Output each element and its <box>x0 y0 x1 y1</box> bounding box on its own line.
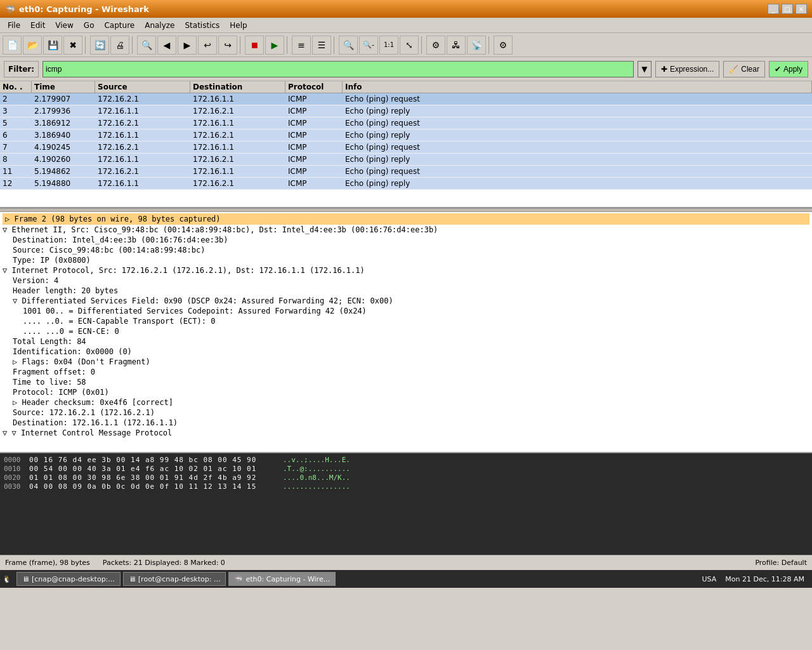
goto-first-button[interactable]: ↩ <box>198 36 217 55</box>
packet-row[interactable]: 5 3.186912 172.16.2.1 172.16.1.1 ICMP Ec… <box>0 117 812 129</box>
detail-expandable[interactable]: ▷ Header checksum: 0xe4f6 [correct] <box>3 397 809 408</box>
taskbar-item-0-icon: 🖥 <box>22 575 29 583</box>
detail-frame-section[interactable]: ▷ Frame 2 (98 bytes on wire, 98 bytes ca… <box>3 213 809 225</box>
packet-row[interactable]: 3 2.179936 172.16.1.1 172.16.2.1 ICMP Ec… <box>0 105 812 117</box>
hex-row: 002001 01 08 00 30 98 6e 38 00 01 91 4d … <box>4 474 275 482</box>
filter-input[interactable] <box>43 61 634 77</box>
row-proto: ICMP <box>285 93 343 105</box>
capture-stop-button[interactable]: ⏹ <box>245 36 264 55</box>
clear-button[interactable]: 🧹 Clear <box>723 61 765 77</box>
capture-options-button[interactable]: ⚙ <box>426 36 445 55</box>
next-button[interactable]: ▶ <box>178 36 197 55</box>
packet-row[interactable]: 12 5.194880 172.16.1.1 172.16.2.1 ICMP E… <box>0 178 812 190</box>
filter-label: Filter: <box>4 61 39 77</box>
row-no: 11 <box>0 166 32 177</box>
apply-button[interactable]: ✔ Apply <box>769 61 808 77</box>
detail-expandable[interactable]: ▷ Flags: 0x04 (Don't Fragment) <box>3 357 809 367</box>
menu-view[interactable]: View <box>50 20 78 31</box>
toolbar-sep6 <box>421 36 424 54</box>
hex-ascii: .T..@:.......... <box>283 465 350 473</box>
close-button[interactable]: ✕ <box>796 4 807 14</box>
statusbar: Frame (frame), 98 bytes Packets: 21 Disp… <box>0 555 812 570</box>
hex-panel: 000000 16 76 d4 ee 3b 00 14 a8 99 48 bc … <box>0 453 812 555</box>
taskbar-item-2[interactable]: 🦈 eth0: Capturing - Wire... <box>228 572 336 586</box>
menu-analyze[interactable]: Analyze <box>140 20 180 31</box>
open-button[interactable]: 📂 <box>23 36 42 55</box>
row-src: 172.16.2.1 <box>95 142 190 153</box>
detail-leaf: Destination: Intel_d4:ee:3b (00:16:76:d4… <box>3 235 809 245</box>
toolbar-sep2 <box>132 36 134 54</box>
detail-leaf: 1001 00.. = Differentiated Services Code… <box>3 306 809 316</box>
row-proto: ICMP <box>285 117 343 129</box>
minimize-button[interactable]: _ <box>768 4 779 14</box>
detail-leaf: Identification: 0x0000 (0) <box>3 347 809 357</box>
goto-last-button[interactable]: ↪ <box>218 36 237 55</box>
maximize-button[interactable]: □ <box>782 4 793 14</box>
menu-capture[interactable]: Capture <box>99 20 140 31</box>
display-filter1-button[interactable]: ≡ <box>292 36 311 55</box>
row-proto: ICMP <box>285 142 343 153</box>
hex-offset: 0010 <box>4 465 27 473</box>
print-button[interactable]: 🖨 <box>110 36 129 55</box>
col-header-destination: Destination <box>190 81 285 93</box>
resize-columns-button[interactable]: ⤡ <box>400 36 419 55</box>
packet-row[interactable]: 6 3.186940 172.16.1.1 172.16.2.1 ICMP Ec… <box>0 129 812 142</box>
menu-go[interactable]: Go <box>79 20 100 31</box>
menu-statistics[interactable]: Statistics <box>180 20 225 31</box>
detail-expandable[interactable]: ▽ Internet Protocol, Src: 172.16.2.1 (17… <box>3 265 809 275</box>
menu-help[interactable]: Help <box>225 20 252 31</box>
packet-list[interactable]: No. . Time Source Destination Protocol I… <box>0 81 812 208</box>
expression-button[interactable]: ✚ Expression... <box>655 61 719 77</box>
capture-start-button[interactable]: ▶ <box>265 36 284 55</box>
hex-ascii-panel: ..v..;....H...E..T..@:..............0.n8… <box>279 453 812 555</box>
statusbar-profile: Profile: Default <box>755 559 807 567</box>
detail-leaf: .... ..0. = ECN-Capable Transport (ECT):… <box>3 316 809 326</box>
row-dst: 172.16.2.1 <box>190 129 285 141</box>
capture-airpcap-button[interactable]: 📡 <box>467 36 486 55</box>
row-dst: 172.16.1.1 <box>190 166 285 177</box>
hex-bytes-panel: 000000 16 76 d4 ee 3b 00 14 a8 99 48 bc … <box>0 453 279 555</box>
hex-ascii: ....0.n8...M/K.. <box>283 474 350 482</box>
row-time: 2.179936 <box>32 105 95 117</box>
hex-bytes: 04 00 08 09 0a 0b 0c 0d 0e 0f 10 11 12 1… <box>29 482 275 491</box>
menu-file[interactable]: File <box>3 20 25 31</box>
toolbar-sep5 <box>334 36 336 54</box>
row-src: 172.16.1.1 <box>95 178 190 189</box>
zoom-normal-button[interactable]: 1:1 <box>379 36 398 55</box>
prev-button[interactable]: ◀ <box>157 36 176 55</box>
hex-ascii: ..v..;....H...E. <box>283 456 350 464</box>
row-dst: 172.16.2.1 <box>190 154 285 165</box>
row-time: 2.179907 <box>32 93 95 105</box>
reload-button[interactable]: 🔄 <box>90 36 109 55</box>
packet-rows-container: 2 2.179907 172.16.2.1 172.16.1.1 ICMP Ec… <box>0 93 812 190</box>
col-header-source: Source <box>95 81 190 93</box>
row-proto: ICMP <box>285 178 343 189</box>
detail-expandable[interactable]: ▽ Ethernet II, Src: Cisco_99:48:bc (00:1… <box>3 225 809 235</box>
close-file-button[interactable]: ✖ <box>63 36 82 55</box>
row-time: 4.190260 <box>32 154 95 165</box>
taskbar-item-0[interactable]: 🖥 [cnap@cnap-desktop:... <box>16 572 121 586</box>
new-capture-button[interactable]: 📄 <box>3 36 22 55</box>
detail-expandable[interactable]: ▽ Differentiated Services Field: 0x90 (D… <box>3 296 809 306</box>
detail-expandable[interactable]: ▽ ▽ Internet Control Message Protocol <box>3 428 809 438</box>
hex-ascii-row: ................ <box>283 482 808 491</box>
zoom-in-button[interactable]: 🔍 <box>339 36 358 55</box>
packet-row[interactable]: 7 4.190245 172.16.2.1 172.16.1.1 ICMP Ec… <box>0 142 812 154</box>
taskbar-item-1[interactable]: 🖥 [root@cnap-desktop: ... <box>123 572 226 586</box>
packet-row[interactable]: 2 2.179907 172.16.2.1 172.16.1.1 ICMP Ec… <box>0 93 812 105</box>
menu-edit[interactable]: Edit <box>25 20 50 31</box>
col-header-time: Time <box>32 81 95 93</box>
taskbar: 🐧 🖥 [cnap@cnap-desktop:... 🖥 [root@cnap-… <box>0 570 812 588</box>
hex-ascii-row: ....0.n8...M/K.. <box>283 474 808 482</box>
capture-interfaces-button[interactable]: 🖧 <box>447 36 466 55</box>
filter-dropdown[interactable]: ▼ <box>638 61 652 77</box>
find-button[interactable]: 🔍 <box>137 36 156 55</box>
display-filter2-button[interactable]: ☰ <box>312 36 331 55</box>
packet-row[interactable]: 11 5.194862 172.16.2.1 172.16.1.1 ICMP E… <box>0 166 812 178</box>
packet-row[interactable]: 8 4.190260 172.16.1.1 172.16.2.1 ICMP Ec… <box>0 154 812 166</box>
save-button[interactable]: 💾 <box>43 36 62 55</box>
preferences-button[interactable]: ⚙ <box>494 36 513 55</box>
zoom-out-button[interactable]: 🔍- <box>359 36 378 55</box>
packet-detail[interactable]: ▷ Frame 2 (98 bytes on wire, 98 bytes ca… <box>0 212 812 453</box>
row-dst: 172.16.2.1 <box>190 105 285 117</box>
